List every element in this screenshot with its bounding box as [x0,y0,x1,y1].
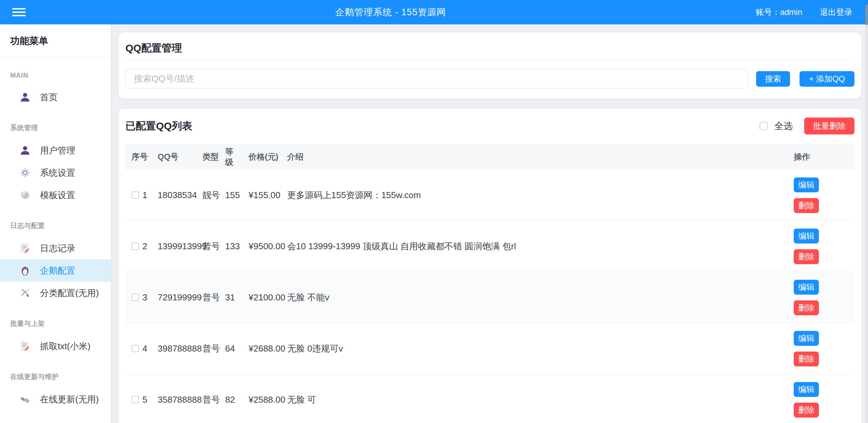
table-header-row: 序号 QQ号 类型 等级 价格(元) 介绍 操作 [125,144,854,170]
scrollbar-thumb[interactable] [865,5,868,25]
qq-price: ¥155.00 [249,190,287,200]
divider [125,61,854,61]
sidebar-title: 功能菜单 [0,24,111,57]
header-price: 价格(元) [249,151,287,162]
qq-config-card: QQ配置管理 搜索 + 添加QQ [119,33,861,99]
memo-icon [20,341,31,352]
app-title: 企鹅管理系统 - 155资源网 [26,6,756,18]
edit-button[interactable]: 编辑 [794,331,819,346]
sidebar-item-系统设置[interactable]: 系统设置 [0,162,111,184]
row-checkbox[interactable] [132,242,139,250]
edit-button[interactable]: 编辑 [794,280,819,295]
qq-level: 64 [225,343,249,354]
row-checkbox[interactable] [132,191,139,199]
select-all-label: 全选 [774,120,793,132]
page-title: QQ配置管理 [125,41,854,55]
sidebar-section: 系统管理 用户管理 系统设置 模板设置 [0,123,111,206]
row-checkbox[interactable] [132,345,139,352]
add-qq-button[interactable]: + 添加QQ [800,71,854,87]
header-type: 类型 [202,151,225,162]
header-actions: 操作 [794,151,854,162]
sidebar-section: MAIN 首页 [0,71,111,108]
sidebar-section-label: MAIN [0,71,111,79]
qq-level: 133 [225,241,249,252]
qq-price: ¥9500.00 [249,241,287,252]
sidebar-section: 日志与配置 日志记录 企鹅配置 分类配置(无用) [0,221,111,304]
qq-level: 31 [225,292,249,303]
sidebar-section: 在线更新与维护 在线更新(无用) [0,372,111,410]
delete-button[interactable]: 删除 [794,249,819,264]
table-row: 1 18038534 靓号 155 ¥155.00 更多源码上155资源网：15… [125,170,854,221]
menu-hamburger-icon[interactable] [12,8,26,16]
qq-price: ¥2100.00 [249,292,287,303]
edit-button[interactable]: 编辑 [794,229,819,244]
logout-link[interactable]: 退出登录 [820,7,852,18]
main-content: QQ配置管理 搜索 + 添加QQ 已配置QQ列表 全选 批量删除 序号 QQ号 … [111,24,868,423]
sidebar-item-日志记录[interactable]: 日志记录 [0,237,111,259]
sidebar-section: 批量与上架 抓取txt(小米) [0,319,111,357]
qq-intro: 无脸 不能v [287,292,794,303]
qq-number: 729199999 [158,292,202,303]
search-input[interactable] [125,69,749,88]
qq-level: 155 [225,190,249,200]
penguin-icon [20,265,31,276]
qq-intro: 会10 13999-13999 顶级真山 自用收藏都不错 圆润饱满 包rl [287,240,794,252]
header-qq: QQ号 [158,151,202,162]
gear-icon [20,167,31,178]
delete-button[interactable]: 删除 [794,300,819,315]
sidebar: 功能菜单 MAIN 首页 系统管理 用户管理 系统设置 模板设置 日志与配置 日… [0,24,111,423]
qq-number: 18038534 [158,190,202,200]
qq-intro: 更多源码上155资源网：155w.com [287,189,794,201]
user-icon [20,145,31,156]
sidebar-item-在线更新(无用)[interactable]: 在线更新(无用) [0,388,111,410]
bolt-icon [20,394,31,405]
sidebar-item-企鹅配置[interactable]: 企鹅配置 [0,259,111,282]
table-row: 5 358788888 普号 82 ¥2588.00 无脸 可 编辑 删除 [125,374,854,423]
sidebar-section-label: 日志与配置 [0,221,111,230]
search-button[interactable]: 搜索 [756,71,790,87]
qq-type: 普号 [202,292,225,303]
scrollbar-track[interactable] [865,0,868,423]
sidebar-item-抓取txt(小米)[interactable]: 抓取txt(小米) [0,335,111,357]
header-intro: 介绍 [287,151,794,162]
delete-button[interactable]: 删除 [794,403,819,418]
qq-number: 1399913999 [158,241,202,252]
row-checkbox[interactable] [132,396,139,403]
row-checkbox[interactable] [132,294,139,301]
qq-intro: 无脸 0违规可v [287,343,794,355]
bulk-delete-button[interactable]: 批量删除 [804,118,854,134]
edit-button[interactable]: 编辑 [794,382,819,397]
rock-icon [20,190,31,200]
topbar: 企鹅管理系统 - 155资源网 账号：admin 退出登录 [0,0,868,24]
qq-type: 靓号 [202,189,225,201]
sidebar-section-label: 在线更新与维护 [0,372,111,381]
list-title: 已配置QQ列表 [125,119,192,133]
sidebar-section-label: 批量与上架 [0,319,111,328]
sidebar-item-首页[interactable]: 首页 [0,86,111,108]
table-row: 3 729199999 普号 31 ¥2100.00 无脸 不能v 编辑 删除 [125,272,854,323]
qq-intro: 无脸 可 [287,394,794,406]
sidebar-item-模板设置[interactable]: 模板设置 [0,184,111,206]
edit-button[interactable]: 编辑 [794,177,819,192]
sidebar-item-用户管理[interactable]: 用户管理 [0,139,111,162]
qq-number: 358788888 [158,395,202,405]
qq-table: 序号 QQ号 类型 等级 价格(元) 介绍 操作 1 18038534 靓号 1… [125,144,854,423]
sidebar-item-分类配置(无用)[interactable]: 分类配置(无用) [0,282,111,304]
sidebar-section-label: 系统管理 [0,123,111,132]
user-icon [20,92,31,103]
delete-button[interactable]: 删除 [794,198,819,213]
tools-icon [20,288,31,298]
qq-type: 普号 [202,343,225,355]
sidebar-sections: MAIN 首页 系统管理 用户管理 系统设置 模板设置 日志与配置 日志记录 企… [0,57,111,410]
qq-number: 398788888 [158,343,202,354]
qq-type: 普号 [202,240,225,252]
select-all-checkbox[interactable] [760,122,768,130]
delete-button[interactable]: 删除 [794,352,819,366]
qq-type: 普号 [202,394,225,406]
header-index: 序号 [125,151,158,162]
table-row: 2 1399913999 普号 133 ¥9500.00 会10 13999-1… [125,221,854,272]
memo-icon [20,243,31,254]
header-level: 等级 [225,146,249,167]
qq-price: ¥2688.00 [249,343,287,354]
qq-price: ¥2588.00 [249,395,287,405]
